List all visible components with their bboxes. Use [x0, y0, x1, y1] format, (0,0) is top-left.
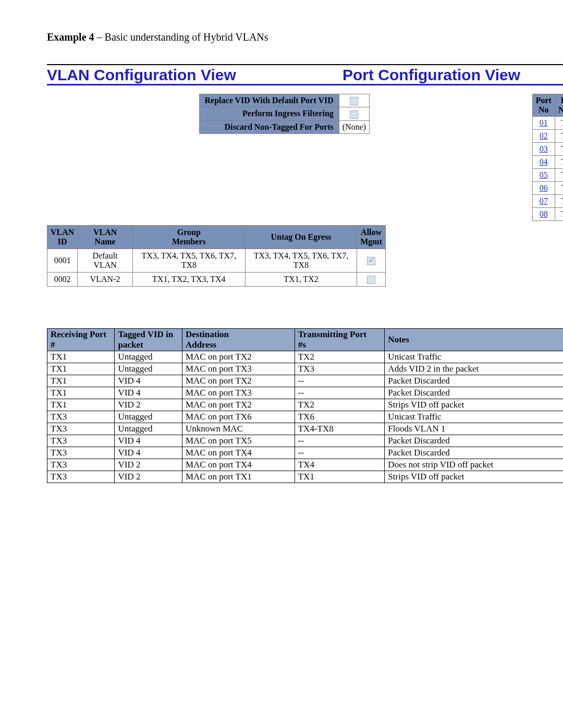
- table-row: TX3UntaggedUnknown MACTX4-TX8Floods VLAN…: [47, 423, 564, 435]
- port-no-cell[interactable]: 02: [532, 130, 555, 143]
- port-name-cell: TX6: [555, 182, 563, 195]
- port-link[interactable]: 04: [540, 157, 548, 166]
- traffic-cell-tx: TX6: [295, 411, 385, 423]
- traffic-cell-vid: VID 2: [115, 459, 182, 471]
- table-row: TX1VID 4MAC on port TX2--Packet Discarde…: [47, 375, 564, 387]
- traffic-cell-vid: Untagged: [115, 363, 182, 375]
- port-table: PortNoPortNamePVID01TX1202TX2203TX3104TX…: [532, 94, 563, 221]
- traffic-cell-dest: MAC on port TX1: [182, 471, 295, 483]
- traffic-cell-notes: Strips VID off packet: [385, 399, 563, 411]
- traffic-cell-tx: TX4: [295, 459, 385, 471]
- port-name-cell: TX3: [555, 143, 563, 156]
- traffic-cell-notes: Does not strip VID off packet: [385, 459, 563, 471]
- vlan-untag-cell: TX1, TX2: [245, 273, 357, 287]
- port-name-cell: TX7: [555, 195, 563, 208]
- traffic-cell-tx: --: [295, 387, 385, 399]
- section-headers: VLAN Configuration View Port Configurati…: [47, 64, 563, 85]
- settings-value[interactable]: [339, 107, 369, 120]
- port-name-cell: TX1: [555, 117, 563, 130]
- vlan-mgmt-cell[interactable]: [357, 273, 386, 287]
- traffic-cell-rx: TX1: [47, 387, 115, 399]
- traffic-cell-notes: Unicast Traffic: [385, 351, 563, 363]
- vlan-mgmt-cell[interactable]: [357, 249, 386, 273]
- example-title: Example 4 – Basic understanding of Hybri…: [47, 31, 563, 43]
- table-row: TX3VID 4MAC on port TX5--Packet Discarde…: [47, 435, 564, 447]
- port-link[interactable]: 02: [540, 131, 548, 140]
- traffic-cell-tx: TX3: [295, 363, 385, 375]
- traffic-cell-rx: TX1: [47, 363, 115, 375]
- traffic-table-header: Tagged VID inpacket: [115, 329, 182, 351]
- vlan-id-cell: 0001: [47, 249, 78, 273]
- port-no-cell[interactable]: 01: [532, 117, 555, 130]
- checkbox-icon[interactable]: [367, 276, 375, 284]
- vlan-untag-cell: TX3, TX4, TX5, TX6, TX7, TX8: [245, 249, 357, 273]
- traffic-cell-rx: TX3: [47, 471, 115, 483]
- traffic-cell-tx: TX2: [295, 351, 385, 363]
- vlan-table-header: VLANID: [47, 226, 78, 249]
- vlan-members-cell: TX1, TX2, TX3, TX4: [132, 273, 245, 287]
- traffic-cell-rx: TX1: [47, 375, 115, 387]
- port-no-cell[interactable]: 04: [532, 156, 555, 169]
- traffic-cell-notes: Strips VID off packet: [385, 471, 563, 483]
- port-no-cell[interactable]: 08: [532, 208, 555, 221]
- table-row: TX1VID 4MAC on port TX3--Packet Discarde…: [47, 387, 564, 399]
- table-row: TX1VID 2MAC on port TX2TX2Strips VID off…: [47, 399, 564, 411]
- port-link[interactable]: 08: [540, 209, 548, 218]
- traffic-cell-vid: Untagged: [115, 423, 182, 435]
- traffic-cell-rx: TX3: [47, 435, 115, 447]
- settings-value[interactable]: [339, 94, 369, 107]
- port-no-cell[interactable]: 07: [532, 195, 555, 208]
- traffic-cell-dest: MAC on port TX3: [182, 387, 295, 399]
- vlan-table-header: AllowMgmt: [357, 226, 386, 249]
- port-name-cell: TX5: [555, 169, 563, 182]
- traffic-table-header: Notes: [385, 329, 563, 351]
- table-row: TX1UntaggedMAC on port TX3TX3Adds VID 2 …: [47, 363, 564, 375]
- traffic-table-header: Transmitting Port#s: [295, 329, 385, 351]
- checkbox-icon[interactable]: [350, 97, 358, 105]
- traffic-cell-dest: MAC on port TX5: [182, 435, 295, 447]
- traffic-cell-dest: MAC on port TX3: [182, 363, 295, 375]
- checkbox-icon[interactable]: [350, 110, 358, 119]
- port-link[interactable]: 01: [540, 118, 548, 127]
- traffic-cell-vid: VID 4: [115, 375, 182, 387]
- traffic-cell-rx: TX3: [47, 423, 115, 435]
- port-link[interactable]: 05: [540, 170, 548, 179]
- settings-value: (None): [339, 120, 369, 133]
- traffic-cell-dest: MAC on port TX4: [182, 459, 295, 471]
- traffic-table-header: DestinationAddress: [182, 329, 295, 351]
- traffic-cell-rx: TX1: [47, 399, 115, 411]
- vlan-members-cell: TX3, TX4, TX5, TX6, TX7, TX8: [132, 249, 245, 273]
- port-link[interactable]: 03: [540, 144, 548, 153]
- traffic-cell-tx: TX2: [295, 399, 385, 411]
- traffic-cell-tx: TX4-TX8: [295, 423, 385, 435]
- port-no-cell[interactable]: 03: [532, 143, 555, 156]
- port-no-cell[interactable]: 05: [532, 169, 555, 182]
- example-title-rest: – Basic understanding of Hybrid VLANs: [94, 31, 268, 43]
- table-row: TX3UntaggedMAC on port TX6TX6Unicast Tra…: [47, 411, 564, 423]
- vlan-table-header: Untag On Egress: [245, 226, 357, 249]
- port-no-cell[interactable]: 06: [532, 182, 555, 195]
- port-table-header: PortNo: [532, 94, 555, 117]
- port-table-header: PortName: [555, 94, 563, 117]
- traffic-cell-notes: Packet Discarded: [385, 387, 563, 399]
- traffic-cell-dest: MAC on port TX2: [182, 351, 295, 363]
- checkbox-icon[interactable]: [367, 257, 375, 265]
- settings-label: Replace VID With Default Port VID: [199, 94, 339, 107]
- traffic-cell-vid: Untagged: [115, 351, 182, 363]
- traffic-cell-tx: --: [295, 375, 385, 387]
- port-link[interactable]: 06: [540, 183, 548, 192]
- traffic-cell-vid: VID 2: [115, 471, 182, 483]
- table-row: TX3VID 4MAC on port TX4--Packet Discarde…: [47, 447, 564, 459]
- port-name-cell: TX2: [555, 130, 563, 143]
- example-title-bold: Example 4: [47, 31, 94, 43]
- vlan-config-heading: VLAN Configuration View: [47, 65, 342, 84]
- traffic-cell-tx: --: [295, 447, 385, 459]
- port-link[interactable]: 07: [540, 196, 548, 205]
- vlan-table: VLANIDVLANNameGroupMembersUntag On Egres…: [47, 225, 386, 287]
- table-row: TX3VID 2MAC on port TX1TX1Strips VID off…: [47, 471, 564, 483]
- traffic-cell-dest: MAC on port TX2: [182, 399, 295, 411]
- traffic-cell-dest: MAC on port TX2: [182, 375, 295, 387]
- vlan-name-cell: VLAN-2: [78, 273, 133, 287]
- traffic-cell-rx: TX3: [47, 459, 115, 471]
- traffic-cell-notes: Packet Discarded: [385, 435, 563, 447]
